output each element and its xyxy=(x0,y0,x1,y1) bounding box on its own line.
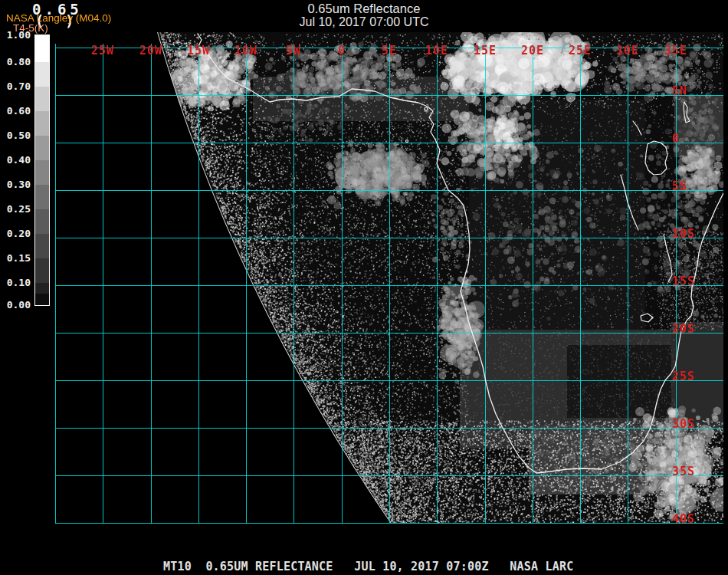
colorbar-tick-label: 0.80 xyxy=(0,56,31,68)
colorbar-band xyxy=(35,258,49,283)
colorbar-band xyxy=(35,185,49,209)
colorbar-band xyxy=(35,160,49,185)
colorbar-band xyxy=(35,136,49,160)
lon-label: 10E xyxy=(418,44,456,58)
lat-label: 20S xyxy=(672,322,695,336)
lon-label: 0 xyxy=(323,44,361,58)
colorbar-tick-label: 0.40 xyxy=(0,154,31,166)
colorbar-band xyxy=(35,234,49,258)
colorbar-band xyxy=(35,294,49,305)
colorbar-band xyxy=(35,35,49,62)
colorbar-tick-label: 0.70 xyxy=(0,80,31,93)
colorbar-band xyxy=(35,111,49,136)
colorbar-band xyxy=(35,87,49,111)
colorbar-tick-label: 0.20 xyxy=(0,228,31,240)
lon-label: 35E xyxy=(657,44,695,58)
colorbar-band xyxy=(35,62,49,87)
colorbar-tick-label: 0.00 xyxy=(0,299,31,311)
footer-caption: MT10 0.65UM REFLECTANCE JUL 10, 2017 07:… xyxy=(163,560,573,573)
lon-label: 15E xyxy=(466,44,504,58)
lon-label: 5E xyxy=(370,44,408,58)
colorbar xyxy=(34,34,50,306)
map-area: 25W20W15W10W5W05E10E15E20E25E30E35E5N05S… xyxy=(55,32,723,524)
lon-label: 15W xyxy=(179,44,218,58)
credit-line-secondary: T4-5(K) xyxy=(13,22,48,34)
colorbar-tick-label: 0.25 xyxy=(0,203,31,215)
lat-label: 30S xyxy=(672,417,695,431)
lat-label: 0 xyxy=(672,132,680,146)
page-root: 0.65 ( ) NASA Langley (M04.0) T4-5(K) 0.… xyxy=(0,0,728,575)
lon-label: 25E xyxy=(561,44,599,58)
colorbar-band xyxy=(35,283,49,294)
colorbar-tick-label: 0.50 xyxy=(0,130,31,142)
satellite-canvas xyxy=(55,32,723,524)
lon-label: 20E xyxy=(513,44,552,58)
colorbar-tick-label: 0.10 xyxy=(0,277,31,289)
colorbar-tick-label: 0.15 xyxy=(0,252,31,264)
lat-label: 5S xyxy=(672,179,687,193)
lon-label: 30E xyxy=(608,44,647,58)
lat-label: 5N xyxy=(672,84,687,98)
lon-label: 5W xyxy=(274,44,313,58)
lat-label: 40S xyxy=(672,512,695,526)
lon-label: 25W xyxy=(84,44,122,58)
lat-label: 15S xyxy=(672,274,695,288)
colorbar-tick-label: 0.30 xyxy=(0,179,31,191)
lat-label: 10S xyxy=(672,227,695,241)
lat-label: 25S xyxy=(672,370,695,383)
lat-label: 35S xyxy=(672,465,695,478)
lon-label: 10W xyxy=(227,44,265,58)
colorbar-band xyxy=(35,209,49,234)
lon-label: 20W xyxy=(132,44,170,58)
colorbar-tick-label: 0.60 xyxy=(0,105,31,117)
